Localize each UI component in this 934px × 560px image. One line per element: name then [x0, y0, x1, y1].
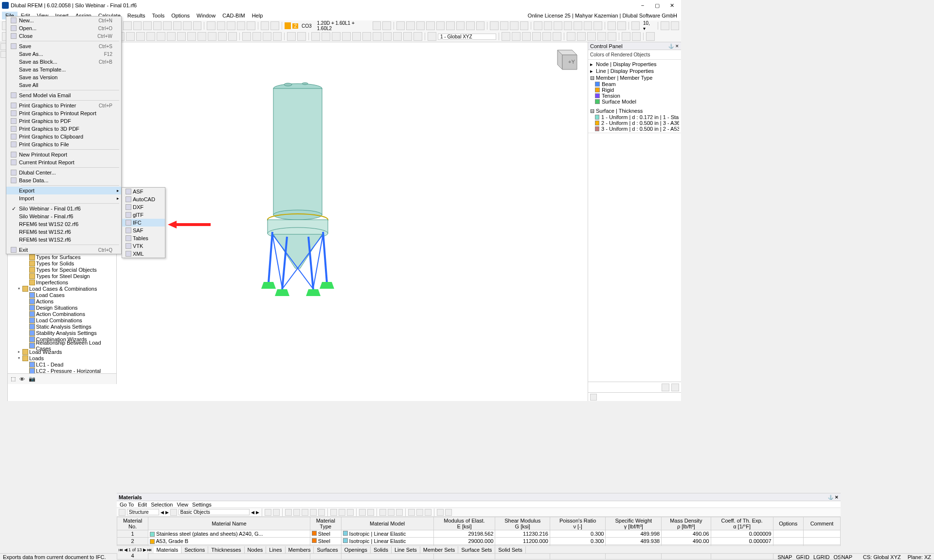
tb-generic-icon[interactable] [446, 21, 455, 30]
tb-generic-icon[interactable] [393, 32, 402, 41]
cp-surface-item[interactable]: 3 - Uniform | d : 0.500 in | 2 - A53, Gr… [590, 126, 679, 132]
file-menu-save[interactable]: SaveCtrl+S [6, 42, 121, 50]
export-saf[interactable]: SAF [122, 227, 165, 234]
file-menu-open-[interactable]: Open...Ctrl+O [6, 24, 121, 32]
cp-member-rigid[interactable]: Rigid [590, 87, 679, 93]
nav-actions[interactable]: Actions [8, 298, 116, 304]
tb-generic-icon[interactable] [252, 32, 261, 41]
tb-generic-icon[interactable] [456, 21, 465, 30]
tb-generic-icon[interactable] [646, 32, 655, 41]
file-menu-rfem6-test-w1s2-rf6[interactable]: RFEM6 test W1S2.rf6 [6, 228, 121, 236]
tb-generic-icon[interactable] [218, 32, 227, 41]
tb-generic-icon[interactable] [406, 21, 415, 30]
menu-window[interactable]: Window [193, 12, 219, 19]
export-asf[interactable]: ASF [122, 188, 165, 195]
cp-cat-member[interactable]: ⊟Member | Member Type [590, 74, 679, 81]
tb-generic-icon[interactable] [123, 21, 132, 30]
file-menu-print-graphics-to-file[interactable]: Print Graphics to File [6, 140, 121, 148]
tb-generic-icon[interactable] [198, 32, 206, 41]
menu-results[interactable]: Results [124, 12, 149, 19]
tb-generic-icon[interactable] [177, 32, 186, 41]
tb-generic-icon[interactable] [567, 32, 575, 41]
menu-cad-bim[interactable]: CAD-BIM [219, 12, 248, 19]
tb-generic-icon[interactable] [242, 32, 251, 41]
tb-generic-icon[interactable] [661, 21, 669, 30]
nav-loads[interactable]: ▾Loads [8, 355, 116, 361]
tb-generic-icon[interactable] [554, 21, 562, 30]
cp-btn-icon[interactable] [662, 384, 669, 391]
tb-generic-icon[interactable] [574, 21, 582, 30]
tb-generic-icon[interactable] [227, 21, 235, 30]
tb-generic-icon[interactable] [436, 21, 445, 30]
file-menu-save-as-[interactable]: Save As...F12 [6, 50, 121, 58]
file-menu-base-data-[interactable]: Base Data... [6, 176, 121, 184]
nav-lc1-dead[interactable]: LC1 - Dead [8, 361, 116, 368]
tb-generic-icon[interactable] [617, 21, 626, 30]
nav-types-for-solids[interactable]: Types for Solids [8, 260, 116, 266]
tb-generic-icon[interactable] [534, 21, 542, 30]
tb-generic-icon[interactable] [426, 21, 435, 30]
export-xml[interactable]: XML [122, 250, 165, 258]
file-menu-print-graphics-to-pdf[interactable]: Print Graphics to PDF [6, 117, 121, 125]
tb-generic-icon[interactable] [671, 21, 680, 30]
tb-generic-icon[interactable] [520, 21, 529, 30]
nav-relationship-between-load-cases[interactable]: Relationship Between Load Cases [8, 342, 116, 349]
nav-static-analysis-settings[interactable]: Static Analysis Settings [8, 323, 116, 330]
file-menu-save-as-block-[interactable]: Save as Block...Ctrl+B [6, 58, 121, 66]
file-menu-dlubal-center-[interactable]: Dlubal Center... [6, 169, 121, 176]
tb-generic-icon[interactable] [466, 21, 475, 30]
tb-generic-icon[interactable] [261, 21, 269, 30]
tb-generic-icon[interactable] [273, 32, 282, 41]
tb-generic-icon[interactable] [183, 21, 192, 30]
tb-generic-icon[interactable] [608, 21, 616, 30]
cp-member-surface-model[interactable]: Surface Model [590, 99, 679, 105]
export-autocad[interactable]: AutoCAD [122, 195, 165, 203]
tb-generic-icon[interactable] [187, 32, 196, 41]
tb-generic-icon[interactable] [167, 32, 176, 41]
tb-generic-icon[interactable] [542, 32, 551, 41]
cp-btn-icon[interactable] [671, 384, 679, 391]
export-tables[interactable]: Tables [122, 234, 165, 242]
file-menu-close[interactable]: CloseCtrl+W [6, 32, 121, 40]
tb-generic-icon[interactable] [510, 21, 519, 30]
tb-generic-icon[interactable] [428, 32, 436, 41]
tb-generic-icon[interactable] [608, 32, 616, 41]
tb-generic-icon[interactable] [297, 32, 306, 41]
tb-generic-icon[interactable] [577, 32, 586, 41]
nav-cam-icon[interactable]: 📷 [29, 376, 36, 382]
file-menu-exit[interactable]: ExitCtrl+Q [6, 246, 121, 254]
file-menu-new-[interactable]: New...Ctrl+N [6, 17, 121, 24]
navigator-tree[interactable]: Types for SurfacesTypes for SolidsTypes … [8, 254, 117, 384]
menu-tools[interactable]: Tools [148, 12, 168, 19]
tb-generic-icon[interactable] [217, 21, 226, 30]
tb-generic-icon[interactable] [311, 32, 320, 41]
file-menu-print-graphics-to-3d-pdf[interactable]: Print Graphics to 3D PDF [6, 125, 121, 133]
file-menu-save-as-template-[interactable]: Save as Template... [6, 66, 121, 73]
tb-generic-icon[interactable] [587, 32, 596, 41]
export-dxf[interactable]: DXF [122, 203, 165, 211]
nav-action-combinations[interactable]: Action Combinations [8, 311, 116, 317]
cp-list-icon[interactable] [590, 394, 597, 401]
tb-generic-icon[interactable] [237, 21, 246, 30]
tb-generic-icon[interactable] [362, 32, 371, 41]
tb-generic-icon[interactable] [228, 32, 237, 41]
tb-generic-icon[interactable] [632, 32, 641, 41]
tb-generic-icon[interactable] [352, 32, 361, 41]
nav-load-cases[interactable]: Load Cases [8, 292, 116, 298]
tb-generic-icon[interactable] [173, 21, 182, 30]
tb-generic-icon[interactable] [544, 21, 553, 30]
cp-buttons[interactable]: ⚓ ✕ [668, 44, 679, 49]
nav-eye-icon[interactable]: 👁 [19, 376, 25, 382]
tb-generic-icon[interactable] [413, 32, 422, 41]
export-gltf[interactable]: glTF [122, 211, 165, 219]
file-menu-print-graphics-to-printer[interactable]: Print Graphics to PrinterCtrl+P [6, 102, 121, 109]
tb-prev-icon[interactable] [373, 21, 381, 30]
tb-generic-icon[interactable] [500, 21, 509, 30]
cp-member-beam[interactable]: Beam [590, 81, 679, 87]
nav-types-for-special-objects[interactable]: Types for Special Objects [8, 266, 116, 273]
tb-generic-icon[interactable] [383, 32, 392, 41]
file-menu-export[interactable]: Export▸ [6, 187, 121, 194]
tb-generic-icon[interactable] [373, 32, 381, 41]
tb-generic-icon[interactable] [490, 21, 499, 30]
file-menu-print-graphics-to-clipboard[interactable]: Print Graphics to Clipboard [6, 133, 121, 140]
